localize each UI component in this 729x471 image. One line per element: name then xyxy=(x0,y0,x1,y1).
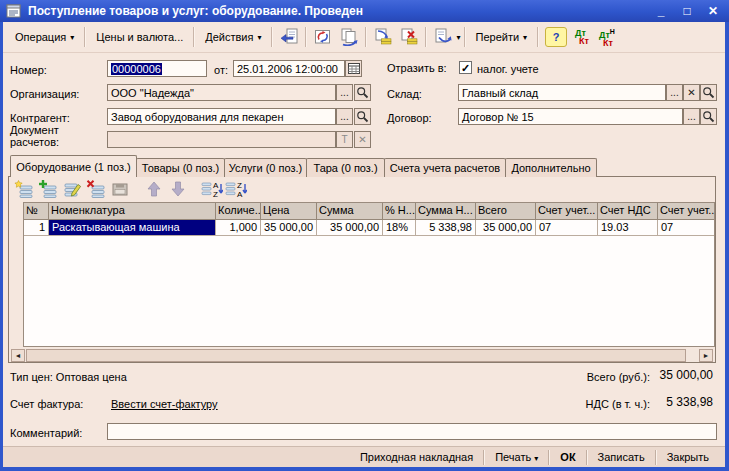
counterparty-label: Контрагент: xyxy=(10,112,70,124)
reflect-in-label: Отразить в: xyxy=(387,62,447,74)
add-row-icon[interactable] xyxy=(13,179,35,198)
operation-menu-button[interactable]: Операция▾ xyxy=(8,26,81,48)
date-input[interactable]: 25.01.2006 12:00:00 xyxy=(233,60,345,77)
organization-select-button[interactable]: ... xyxy=(336,84,353,101)
document-movements-icon[interactable] xyxy=(336,26,362,48)
col-header-vat-account: Счет НДС xyxy=(598,203,658,220)
cell-account[interactable]: 07 xyxy=(536,220,598,236)
edit-row-icon[interactable] xyxy=(61,179,83,198)
delete-row-icon[interactable] xyxy=(85,179,107,198)
tab-services[interactable]: Услуги (0 поз.) xyxy=(224,158,307,177)
cell-vat-account[interactable]: 19.03 xyxy=(598,220,658,236)
goto-menu-button[interactable]: Перейти▾ xyxy=(469,26,535,48)
cell-nomenclature[interactable]: Раскатывающая машина xyxy=(49,220,216,236)
end-edit-icon[interactable] xyxy=(109,179,131,198)
toolbar-separator xyxy=(271,27,273,47)
cell-price[interactable]: 35 000,00 xyxy=(261,220,317,236)
tab-settlement-accounts[interactable]: Счета учета расчетов xyxy=(384,158,506,177)
organization-label: Организация: xyxy=(10,88,79,100)
post-document-icon[interactable] xyxy=(370,26,396,48)
comment-label: Комментарий: xyxy=(10,427,82,439)
cell-total[interactable]: 35 000,00 xyxy=(476,220,536,236)
toolbar-separator xyxy=(193,27,195,47)
print-button[interactable]: Печать ▾ xyxy=(485,451,548,463)
col-header-total: Всего xyxy=(476,203,536,220)
contract-open-icon[interactable] xyxy=(700,108,717,125)
sort-descending-icon[interactable]: ZA xyxy=(225,179,247,198)
scrollbar-track[interactable] xyxy=(686,349,699,362)
window-title: Поступление товаров и услуг: оборудовани… xyxy=(28,4,645,18)
table-toolbar: AZ ZA xyxy=(13,179,247,198)
comment-input[interactable] xyxy=(107,423,717,440)
save-button[interactable]: Записать xyxy=(588,451,655,463)
scroll-left-icon[interactable]: ◄ xyxy=(11,349,25,362)
reread-document-icon[interactable] xyxy=(276,26,302,48)
settlement-doc-clear-icon[interactable]: ✕ xyxy=(354,131,371,148)
svg-text:Z: Z xyxy=(213,189,218,198)
close-form-button[interactable]: Закрыть xyxy=(657,451,719,463)
ok-button[interactable]: ОК xyxy=(550,451,585,463)
cell-qty[interactable]: 1,000 xyxy=(216,220,261,236)
actions-menu-button[interactable]: Действия▾ xyxy=(198,26,268,48)
recalculate-icon[interactable] xyxy=(310,26,336,48)
counterparty-select-button[interactable]: ... xyxy=(336,108,353,125)
dt-kt-postings-icon[interactable]: Дт Кт xyxy=(570,29,594,45)
toolbar-separator xyxy=(84,27,86,47)
chevron-down-icon[interactable]: ▾ xyxy=(456,33,460,42)
cell-vat-sum[interactable]: 5 338,98 xyxy=(416,220,476,236)
number-input[interactable]: 00000006 xyxy=(107,60,207,77)
col-header-qty: Количе... xyxy=(216,203,261,220)
document-window: Поступление товаров и услуг: оборудовани… xyxy=(0,0,729,471)
scrollbar-thumb[interactable] xyxy=(26,349,686,362)
organization-open-icon[interactable] xyxy=(354,84,371,101)
table-header-row: № Номенклатура Количе... Цена Сумма % Н.… xyxy=(24,203,714,220)
organization-input[interactable]: ООО "Надежда" xyxy=(107,84,336,101)
close-button[interactable]: ✕ xyxy=(703,4,723,18)
table-row: 1 Раскатывающая машина 1,000 35 000,00 3… xyxy=(24,220,714,236)
move-row-up-icon[interactable] xyxy=(143,179,165,198)
tab-containers[interactable]: Тара (0 поз.) xyxy=(306,158,385,177)
settlement-doc-input[interactable] xyxy=(107,131,336,148)
title-bar: Поступление товаров и услуг: оборудовани… xyxy=(0,0,729,22)
cell-n[interactable]: 1 xyxy=(24,220,49,236)
settlement-doc-label: Документ расчетов: xyxy=(10,124,72,148)
tab-goods[interactable]: Товары (0 поз.) xyxy=(136,158,225,177)
calendar-button[interactable] xyxy=(345,60,362,77)
col-header-account2: Счет учет.. xyxy=(658,203,715,220)
maximize-button[interactable]: □ xyxy=(677,4,697,18)
scroll-right-icon[interactable]: ► xyxy=(699,349,713,362)
add-copy-row-icon[interactable] xyxy=(37,179,59,198)
contract-input[interactable]: Договор № 15 xyxy=(458,108,683,125)
receipt-note-button[interactable]: Приходная накладная xyxy=(350,451,483,463)
contract-select-button[interactable]: ... xyxy=(683,108,700,125)
enter-invoice-link[interactable]: Ввести счет-фактуру xyxy=(111,398,218,410)
price-type-text: Тип цен: Оптовая цена xyxy=(10,371,127,383)
col-header-vat-sum: Сумма Н... xyxy=(416,203,476,220)
prices-currency-button[interactable]: Цены и валюта... xyxy=(89,26,190,48)
horizontal-scrollbar[interactable]: ◄ ► xyxy=(11,349,713,362)
cell-sum[interactable]: 35 000,00 xyxy=(317,220,383,236)
unpost-document-icon[interactable] xyxy=(396,26,422,48)
window-border xyxy=(725,22,729,471)
warehouse-open-icon[interactable] xyxy=(700,84,717,101)
chevron-down-icon: ▾ xyxy=(257,33,261,42)
counterparty-input[interactable]: Завод оборудования для пекарен xyxy=(107,108,336,125)
cell-vat-pct[interactable]: 18% xyxy=(383,220,416,236)
tab-additional[interactable]: Дополнительно xyxy=(505,158,597,177)
warehouse-select-button[interactable]: ... xyxy=(666,84,683,101)
move-row-down-icon[interactable] xyxy=(167,179,189,198)
toolbar-separator xyxy=(537,27,539,47)
settlement-doc-type-button[interactable]: T xyxy=(336,131,353,148)
tax-accounting-checkbox[interactable]: ✓ xyxy=(459,61,472,74)
warehouse-input[interactable]: Главный склад xyxy=(458,84,666,101)
svg-text:A: A xyxy=(237,189,243,198)
copy-to-icon[interactable] xyxy=(430,26,456,48)
help-button[interactable]: ? xyxy=(545,27,567,47)
sort-ascending-icon[interactable]: AZ xyxy=(201,179,223,198)
warehouse-clear-icon[interactable]: ✕ xyxy=(683,84,700,101)
dt-kt-tax-postings-icon[interactable]: ДтН Кт xyxy=(594,28,620,47)
minimize-button[interactable]: _ xyxy=(651,4,671,18)
counterparty-open-icon[interactable] xyxy=(354,108,371,125)
cell-account2[interactable]: 07 xyxy=(658,220,715,236)
tab-equipment[interactable]: Оборудование (1 поз.) xyxy=(10,155,137,177)
